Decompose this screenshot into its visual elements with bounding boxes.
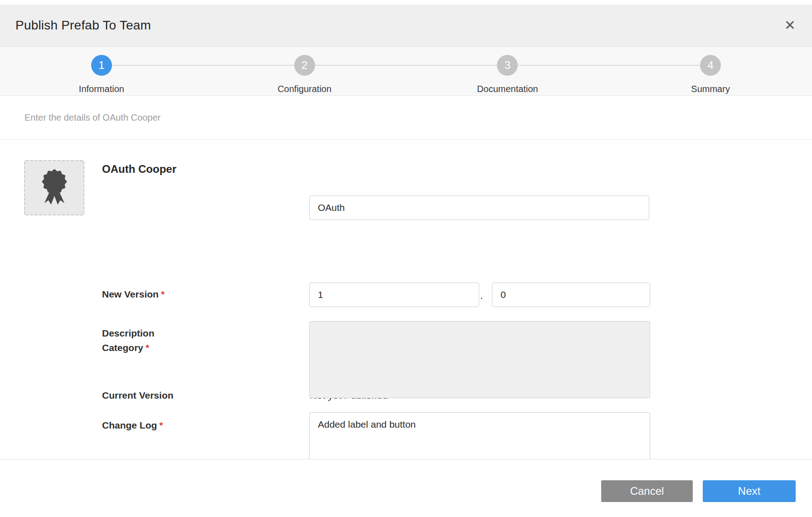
step-4-circle: 4	[700, 55, 721, 76]
prefab-name: OAuth Cooper	[102, 163, 176, 176]
prefab-icon-box	[24, 160, 84, 215]
next-button[interactable]: Next	[703, 480, 796, 502]
step-3-label: Documentation	[477, 84, 538, 94]
step-3-circle: 3	[497, 55, 518, 76]
new-version-required-marker: *	[161, 289, 165, 299]
form-content: OAuth Cooper Category* Current Version N…	[0, 140, 812, 459]
new-version-label: New Version*	[102, 289, 165, 300]
step-documentation[interactable]: 3 Documentation	[406, 47, 609, 95]
change-log-textarea[interactable]: Added label and button	[309, 412, 650, 459]
current-version-label: Current Version	[102, 390, 174, 401]
description-textarea	[309, 321, 650, 398]
step-description-text: Enter the details of OAuth Cooper	[24, 112, 160, 123]
version-separator: .	[480, 290, 483, 302]
category-required-marker: *	[146, 342, 149, 353]
dialog-footer: Cancel Next	[0, 459, 812, 517]
category-label: Category*	[102, 342, 149, 353]
description-label: Description	[102, 328, 155, 339]
change-log-label-text: Change Log	[102, 420, 157, 430]
step-4-label: Summary	[691, 84, 730, 94]
new-version-label-text: New Version	[102, 289, 159, 299]
step-1-label: Information	[79, 84, 124, 94]
change-log-required-marker: *	[159, 420, 163, 430]
version-minor-input[interactable]	[492, 283, 650, 307]
wizard-stepper: 1 Information 2 Configuration 3 Document…	[0, 47, 812, 96]
step-information[interactable]: 1 Information	[0, 47, 203, 95]
cancel-button[interactable]: Cancel	[601, 480, 693, 502]
publish-prefab-dialog: Publish Prefab To Team ✕ 1 Information 2…	[0, 0, 812, 517]
step-description-band: Enter the details of OAuth Cooper	[0, 96, 812, 140]
category-input[interactable]	[309, 195, 649, 220]
close-icon[interactable]: ✕	[784, 19, 796, 32]
change-log-label: Change Log*	[102, 420, 163, 431]
dialog-header: Publish Prefab To Team ✕	[0, 5, 812, 47]
step-summary[interactable]: 4 Summary	[609, 47, 812, 95]
award-ribbon-icon	[36, 166, 73, 210]
version-major-input[interactable]	[309, 283, 479, 307]
step-2-label: Configuration	[277, 84, 331, 94]
dialog-title: Publish Prefab To Team	[15, 18, 151, 33]
step-1-circle: 1	[91, 55, 112, 76]
category-label-text: Category	[102, 342, 143, 353]
step-2-circle: 2	[294, 55, 315, 76]
step-configuration[interactable]: 2 Configuration	[203, 47, 406, 95]
